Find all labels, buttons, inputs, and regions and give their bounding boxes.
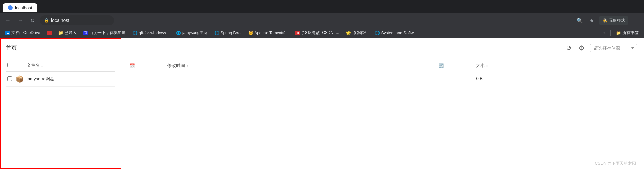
nav-bar: ← → ↻ 🔒 localhost 🔍 ★ 🕵 无痕模式 ⋮: [0, 13, 644, 28]
bookmark-tomcat-label: Apache Tomcat®...: [254, 31, 288, 35]
bookmark-onedrive-label: 文档 - OneDrive: [11, 30, 40, 36]
left-panel: 首页 文件名 ↕: [0, 38, 121, 169]
settings-button[interactable]: ⚙: [577, 43, 586, 53]
bookmark-star-button[interactable]: ★: [587, 16, 596, 25]
bookmarks-bar: ☁ 文档 - OneDrive L 📁 已导入 百 百度一下，你就知道 🌐 gi…: [0, 28, 644, 38]
bookmark-imported-label: 已导入: [64, 30, 77, 36]
incognito-icon: 🕵: [603, 18, 608, 23]
nav-right: 🔍 ★ 🕵 无痕模式 ⋮: [575, 16, 641, 25]
col-calendar-icon-header: 📅: [128, 60, 166, 72]
right-panel: ↺ ⚙ 请选择存储源 📅 修改时间 ↕ 🔄: [121, 38, 644, 169]
bookmark-spring-boot-label: Spring Boot: [220, 31, 242, 35]
row-checkbox[interactable]: [7, 76, 12, 81]
baidu-favicon: 百: [83, 31, 88, 35]
calendar-icon: 📅: [130, 63, 135, 68]
col-name-sort-icon: ↕: [41, 64, 43, 67]
page-content: 首页 文件名 ↕: [0, 38, 644, 169]
bookmark-yuanban[interactable]: 🌟 原版软件: [343, 29, 371, 36]
active-tab[interactable]: localhost: [3, 3, 37, 12]
system-software-favicon: 🌐: [375, 31, 380, 35]
table-row[interactable]: 📦 jamysong网盘: [6, 72, 115, 87]
col-size-sort-icon: ↕: [486, 64, 488, 68]
folder-favicon: 📁: [58, 31, 63, 35]
bookmark-jamysong[interactable]: 🌐 jamysong主页: [173, 29, 210, 36]
bookmark-red[interactable]: L: [44, 30, 54, 36]
col-icon-header: [14, 60, 25, 72]
bookmarks-more-button[interactable]: »: [601, 30, 608, 36]
bookmarks-divider: [610, 30, 611, 36]
bookmark-system-software[interactable]: 🌐 System and Softw...: [372, 30, 420, 36]
breadcrumb: 首页: [6, 45, 115, 54]
csdn-favicon: C: [295, 31, 300, 35]
col-modified-header[interactable]: 修改时间 ↕: [166, 60, 437, 72]
refresh-button[interactable]: ↺: [565, 43, 573, 53]
right-table: 📅 修改时间 ↕ 🔄 大小 ↕: [128, 60, 637, 85]
search-button[interactable]: 🔍: [575, 16, 584, 25]
bookmark-baidu[interactable]: 百 百度一下，你就知道: [81, 29, 129, 36]
col-modified-sort-icon: ↕: [186, 64, 188, 68]
row-checkbox-cell: [6, 72, 14, 87]
row-name-cell: jamysong网盘: [25, 72, 115, 87]
browser-chrome: localhost ← → ↻ 🔒 localhost 🔍 ★ 🕵 无痕模式 ⋮…: [0, 0, 644, 38]
file-name: jamysong网盘: [27, 76, 54, 81]
incognito-button[interactable]: 🕵 无痕模式: [599, 16, 628, 25]
bookmark-baidu-label: 百度一下，你就知道: [89, 30, 126, 36]
bookmark-folder-imported[interactable]: 📁 已导入: [56, 29, 79, 36]
right-panel-header: ↺ ⚙ 请选择存储源: [128, 43, 637, 56]
tab-bar: localhost: [0, 0, 644, 13]
file-table: 文件名 ↕ 📦 jamysong网盘: [6, 60, 115, 87]
bookmark-yuanban-label: 原版软件: [352, 30, 368, 36]
bookmark-csdn[interactable]: C (18条消息) CSDN -...: [292, 29, 342, 36]
tab-favicon: [8, 5, 13, 10]
col-size-label: 大小: [476, 63, 485, 69]
col-db-icon-header: 🔄: [437, 60, 475, 72]
right-row-size: 0 B: [475, 72, 637, 85]
address-lock-icon: 🔒: [44, 18, 49, 23]
storage-select[interactable]: 请选择存储源: [590, 44, 637, 52]
bookmark-system-software-label: System and Softw...: [381, 31, 417, 35]
incognito-label: 无痕模式: [609, 18, 625, 23]
db-icon: 🔄: [438, 63, 444, 68]
row-icon-cell: 📦: [14, 72, 25, 87]
reload-button[interactable]: ↻: [28, 16, 37, 25]
right-table-row: - 0 B: [128, 72, 637, 85]
col-checkbox-header: [6, 60, 14, 72]
all-bookmarks-icon: 📁: [616, 31, 621, 35]
page-footer: CSDN @下雨天的太阳: [587, 158, 644, 169]
address-text: localhost: [51, 18, 69, 23]
back-button[interactable]: ←: [3, 16, 13, 25]
tab-title: localhost: [15, 5, 32, 10]
jamysong-favicon: 🌐: [176, 31, 181, 35]
address-bar[interactable]: 🔒 localhost: [40, 15, 114, 25]
all-bookmarks-button[interactable]: 📁 所有书签: [613, 29, 641, 36]
bookmark-csdn-label: (18条消息) CSDN -...: [301, 30, 339, 36]
bookmark-jamysong-label: jamysong主页: [182, 30, 207, 36]
yuanban-favicon: 🌟: [346, 31, 351, 35]
select-all-checkbox[interactable]: [7, 63, 12, 67]
col-name-header[interactable]: 文件名 ↕: [25, 60, 115, 72]
menu-button[interactable]: ⋮: [631, 16, 641, 25]
spring-boot-favicon: 🌐: [214, 31, 219, 35]
bookmark-onedrive[interactable]: ☁ 文档 - OneDrive: [3, 29, 43, 36]
bookmark-apache-tomcat[interactable]: 🐱 Apache Tomcat®...: [246, 30, 291, 36]
col-modified-label: 修改时间: [167, 63, 185, 69]
footer-text: CSDN @下雨天的太阳: [595, 161, 636, 166]
onedrive-favicon: ☁: [5, 31, 10, 35]
bookmark-git-label: git-for-windows...: [139, 31, 169, 35]
bookmark-git-windows[interactable]: 🌐 git-for-windows...: [130, 30, 172, 36]
bookmark-spring-boot[interactable]: 🌐 Spring Boot: [212, 30, 244, 36]
forward-button[interactable]: →: [16, 16, 25, 25]
git-favicon: 🌐: [133, 31, 137, 35]
right-row-modified: -: [166, 72, 437, 85]
red-favicon: L: [47, 31, 52, 35]
all-bookmarks-label: 所有书签: [622, 30, 639, 36]
folder-icon: 📦: [16, 75, 24, 83]
tomcat-favicon: 🐱: [248, 31, 253, 35]
right-row-cal-icon: [128, 72, 166, 85]
right-row-db-icon: [437, 72, 475, 85]
col-name-label: 文件名: [27, 62, 40, 68]
col-size-header[interactable]: 大小 ↕: [475, 60, 637, 72]
